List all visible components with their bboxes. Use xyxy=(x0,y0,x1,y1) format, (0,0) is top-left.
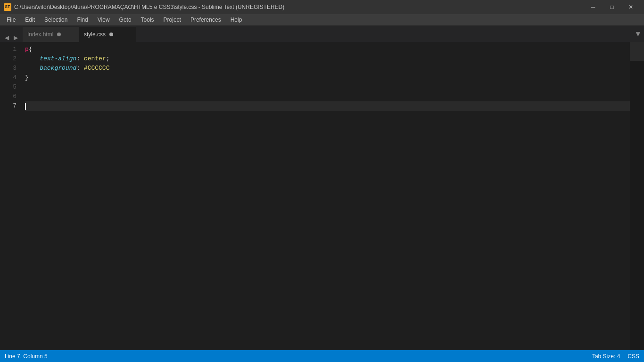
menu-item-tools[interactable]: Tools xyxy=(136,14,159,25)
code-line-4: } xyxy=(25,73,630,82)
title-text: C:\Users\vitor\Desktop\Alura\PROGRAMAÇÃO… xyxy=(14,4,284,10)
tab-next-button[interactable]: ▶ xyxy=(12,33,20,42)
code-token xyxy=(25,54,40,64)
tab-bar: ◀ ▶ Index.htmlstyle.css▼ xyxy=(0,25,644,42)
menu-item-selection[interactable]: Selection xyxy=(40,14,72,25)
code-area[interactable]: p{ text-align: center; background: #CCCC… xyxy=(21,42,630,350)
code-line-7 xyxy=(25,101,630,111)
line-number-7: 7 xyxy=(0,101,17,111)
title-bar-left: ST C:\Users\vitor\Desktop\Alura\PROGRAMA… xyxy=(4,3,284,11)
minimap xyxy=(630,42,644,350)
menu-item-edit[interactable]: Edit xyxy=(20,14,40,25)
menu-bar: FileEditSelectionFindViewGotoToolsProjec… xyxy=(0,14,644,25)
code-token: center xyxy=(84,54,106,64)
maximize-button[interactable]: □ xyxy=(603,0,621,14)
menu-item-goto[interactable]: Goto xyxy=(115,14,136,25)
code-token: #CCCCCC xyxy=(84,64,110,73)
tab-label-index-html: Index.html xyxy=(27,31,53,38)
app-icon: ST xyxy=(4,3,11,11)
menu-item-view[interactable]: View xyxy=(93,14,115,25)
status-right: Tab Size: 4 CSS xyxy=(592,353,639,360)
code-token: ; xyxy=(106,54,110,64)
close-button[interactable]: ✕ xyxy=(621,0,640,14)
title-bar: ST C:\Users\vitor\Desktop\Alura\PROGRAMA… xyxy=(0,0,644,14)
code-line-2: text-align: center; xyxy=(25,54,630,64)
code-token: } xyxy=(25,73,29,82)
text-cursor xyxy=(25,103,26,110)
code-token: : xyxy=(76,54,84,64)
tab-nav-buttons: ◀ ▶ xyxy=(0,33,23,42)
tab-prev-button[interactable]: ◀ xyxy=(3,33,11,42)
menu-item-help[interactable]: Help xyxy=(226,14,247,25)
line-numbers: 1234567 xyxy=(0,42,21,350)
line-number-3: 3 xyxy=(0,64,17,73)
status-bar: Line 7, Column 5 Tab Size: 4 CSS xyxy=(0,350,644,362)
line-number-5: 5 xyxy=(0,82,17,92)
menu-item-preferences[interactable]: Preferences xyxy=(186,14,226,25)
line-number-2: 2 xyxy=(0,54,17,64)
status-left: Line 7, Column 5 xyxy=(5,353,48,360)
line-number-4: 4 xyxy=(0,73,17,82)
menu-item-file[interactable]: File xyxy=(2,14,20,25)
tab-label-style-css: style.css xyxy=(84,31,106,38)
tab-style-css[interactable]: style.css xyxy=(79,27,136,42)
line-number-6: 6 xyxy=(0,92,17,101)
menu-item-find[interactable]: Find xyxy=(72,14,92,25)
code-token: { xyxy=(29,45,33,54)
tab-size: Tab Size: 4 xyxy=(592,353,620,360)
tab-index-html[interactable]: Index.html xyxy=(23,27,79,42)
language-mode: CSS xyxy=(627,353,639,360)
code-token: text-align xyxy=(40,54,76,64)
code-line-6 xyxy=(25,92,630,101)
code-token: : xyxy=(76,64,84,73)
minimap-highlight xyxy=(630,42,644,61)
tab-overflow-button[interactable]: ▼ xyxy=(632,27,644,42)
code-token: background xyxy=(40,64,76,73)
line-number-1: 1 xyxy=(0,45,17,54)
code-token: p xyxy=(25,45,29,54)
code-line-3: background: #CCCCCC xyxy=(25,64,630,73)
tab-modified-dot-style-css xyxy=(109,33,113,36)
code-line-1: p{ xyxy=(25,45,630,54)
editor-area: 1234567 p{ text-align: center; backgroun… xyxy=(0,42,644,350)
code-line-5 xyxy=(25,82,630,92)
minimize-button[interactable]: ─ xyxy=(584,0,603,14)
window-controls: ─ □ ✕ xyxy=(584,0,640,14)
code-token xyxy=(25,64,40,73)
cursor-position: Line 7, Column 5 xyxy=(5,353,48,360)
tab-modified-dot-index-html xyxy=(57,33,61,36)
menu-item-project[interactable]: Project xyxy=(159,14,186,25)
